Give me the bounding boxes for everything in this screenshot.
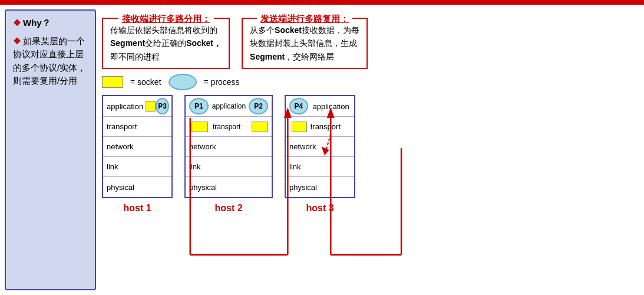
receive-text: 传输层依据头部信息将收到的Segment交给正确的Socket，即不同的进程 bbox=[110, 25, 222, 61]
layer-label: transport bbox=[311, 122, 351, 131]
send-text: 从多个Socket接收数据，为每块数据封装上头部信息，生成Segment，交给网… bbox=[250, 25, 359, 61]
host2-application-layer: P1 application P2 bbox=[186, 96, 272, 117]
layer-label: network bbox=[107, 142, 151, 151]
host2-link-layer: link bbox=[186, 157, 272, 177]
send-box-title: 发送端进行多路复用： bbox=[257, 12, 352, 26]
host2-container: P1 application P2 transport network bbox=[184, 95, 273, 214]
host3-socket bbox=[292, 122, 307, 132]
layer-label: network bbox=[189, 142, 216, 151]
layer-label: physical bbox=[107, 183, 151, 192]
host2-socket-right bbox=[252, 122, 268, 132]
host1-physical-layer: physical bbox=[103, 177, 171, 197]
bullet-icon-2: ❖ bbox=[13, 36, 21, 46]
host1-box: application P3 transport network link bbox=[102, 95, 173, 198]
host3-physical-layer: physical bbox=[286, 177, 354, 197]
host2-box: P1 application P2 transport network bbox=[184, 95, 273, 198]
host1-transport-layer: transport bbox=[103, 117, 171, 137]
host3-application-layer: P4 application bbox=[286, 96, 354, 117]
layer-label: physical bbox=[289, 183, 333, 192]
layer-label: link bbox=[289, 162, 333, 171]
top-border bbox=[0, 0, 644, 5]
host1-link-layer: link bbox=[103, 157, 171, 177]
layer-label: application bbox=[107, 102, 143, 111]
host2-p2-bubble: P2 bbox=[249, 98, 268, 114]
layer-label: transport bbox=[107, 122, 151, 131]
left-panel-text: 如果某层的一个协议对应直接上层的多个协议/实体，则需要复用/分用 bbox=[13, 36, 86, 86]
layer-label: link bbox=[107, 162, 151, 171]
why-title: Why？ bbox=[23, 18, 51, 28]
host1-socket bbox=[146, 101, 156, 112]
send-box: 发送端进行多路复用： 从多个Socket接收数据，为每块数据封装上头部信息，生成… bbox=[242, 18, 368, 69]
receive-box: 接收端进行多路分用： 传输层依据头部信息将收到的Segment交给正确的Sock… bbox=[102, 18, 230, 69]
process-legend-icon bbox=[169, 74, 197, 90]
host3-box: P4 application transport network link bbox=[285, 95, 355, 198]
host3-network-layer: network bbox=[286, 137, 354, 157]
layer-label: network bbox=[289, 142, 333, 151]
process-legend-label: = process bbox=[204, 77, 240, 87]
host3-link-layer: link bbox=[286, 157, 354, 177]
host2-network-layer: network bbox=[186, 137, 272, 157]
host2-label: host 2 bbox=[214, 203, 242, 214]
layer-label: physical bbox=[189, 183, 233, 192]
host2-physical-layer: physical bbox=[186, 177, 272, 197]
legend-row: = socket = process bbox=[102, 73, 639, 91]
host3-label: host 3 bbox=[306, 203, 333, 214]
host2-transport-layer: transport bbox=[186, 117, 272, 137]
diagram-wrapper: application P3 transport network link bbox=[102, 95, 639, 290]
socket-legend-icon bbox=[102, 76, 123, 88]
left-panel: ❖Why？ ❖如果某层的一个协议对应直接上层的多个协议/实体，则需要复用/分用 bbox=[5, 9, 96, 290]
layer-label: transport bbox=[213, 123, 245, 131]
bullet-icon: ❖ bbox=[13, 18, 21, 28]
socket-legend-label: = socket bbox=[130, 77, 161, 87]
layer-label: application bbox=[313, 102, 351, 111]
host1-label: host 1 bbox=[123, 203, 151, 214]
top-boxes: 接收端进行多路分用： 传输层依据头部信息将收到的Segment交给正确的Sock… bbox=[102, 9, 639, 69]
host2-p1-bubble: P1 bbox=[189, 98, 209, 114]
receive-box-title: 接收端进行多路分用： bbox=[118, 12, 214, 26]
host3-transport-layer: transport bbox=[286, 117, 354, 137]
host1-application-layer: application P3 bbox=[103, 96, 171, 117]
host1-network-layer: network bbox=[103, 137, 171, 157]
layer-label: link bbox=[189, 162, 233, 171]
host3-p4-bubble: P4 bbox=[289, 98, 308, 114]
layer-label: application bbox=[212, 102, 246, 110]
host3-container: P4 application transport network link bbox=[285, 95, 355, 214]
host1-p3-bubble: P3 bbox=[156, 98, 169, 114]
host2-socket-left bbox=[191, 122, 208, 132]
hosts-row: application P3 transport network link bbox=[102, 95, 639, 214]
right-area: 接收端进行多路分用： 传输层依据头部信息将收到的Segment交给正确的Sock… bbox=[102, 9, 639, 290]
host1-container: application P3 transport network link bbox=[102, 95, 173, 214]
